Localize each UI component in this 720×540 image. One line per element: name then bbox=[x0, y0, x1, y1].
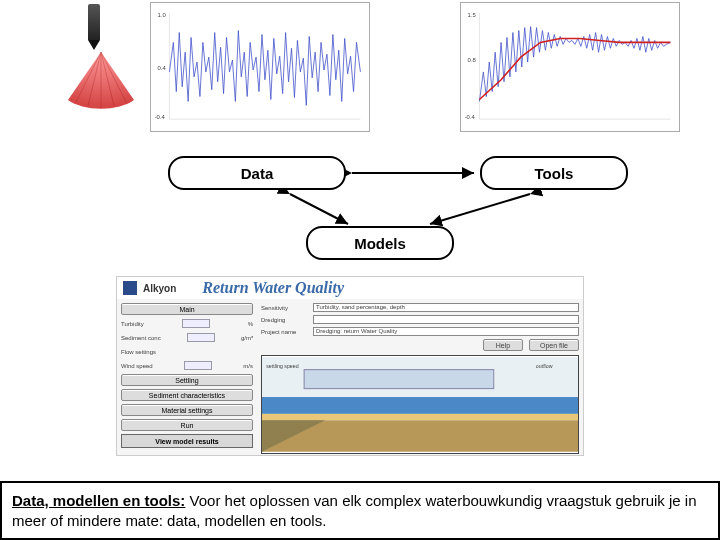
svg-rect-23 bbox=[262, 414, 578, 420]
top-row: 1.0 0.4 -0.4 1.5 0.8 -0.4 bbox=[0, 0, 720, 140]
timeseries-plot-2: 1.5 0.8 -0.4 bbox=[460, 2, 680, 132]
sensor-diagram bbox=[32, 4, 120, 114]
sediment-char-button[interactable]: Sediment characteristics bbox=[121, 389, 253, 401]
model-app-title: Return Water Quality bbox=[202, 279, 344, 297]
svg-line-18 bbox=[290, 194, 348, 224]
svg-rect-22 bbox=[262, 397, 578, 414]
material-settings-button[interactable]: Material settings bbox=[121, 404, 253, 416]
svg-text:0.8: 0.8 bbox=[468, 57, 477, 63]
sensitivity-field[interactable]: Turbidity, sand percentage, depth bbox=[313, 303, 579, 312]
view-results-button[interactable]: View model results bbox=[121, 434, 253, 448]
sensor-pen-icon bbox=[88, 4, 100, 44]
svg-text:settling speed: settling speed bbox=[266, 363, 298, 369]
svg-line-19 bbox=[430, 194, 530, 224]
main-button[interactable]: Main bbox=[121, 303, 253, 315]
model-app-screenshot: Alkyon Return Water Quality Main Turbidi… bbox=[116, 276, 584, 456]
timeseries-plot-1: 1.0 0.4 -0.4 bbox=[150, 2, 370, 132]
settling-button[interactable]: Settling bbox=[121, 374, 253, 386]
svg-text:outflow: outflow bbox=[536, 363, 553, 369]
model-app-brand: Alkyon bbox=[143, 283, 176, 294]
turbidity-field[interactable] bbox=[182, 319, 210, 328]
param-row: Sediment concg/m³ bbox=[121, 332, 253, 343]
node-data: Data bbox=[168, 156, 346, 190]
dredging-field[interactable] bbox=[313, 315, 579, 324]
svg-text:-0.4: -0.4 bbox=[155, 114, 166, 120]
model-app-right-panel: SensitivityTurbidity, sand percentage, d… bbox=[257, 299, 583, 457]
model-app-header: Alkyon Return Water Quality bbox=[117, 277, 583, 299]
sediment-field[interactable] bbox=[187, 333, 215, 342]
help-button[interactable]: Help bbox=[483, 339, 523, 351]
concept-diagram: Data Tools Models bbox=[0, 156, 720, 276]
node-tools: Tools bbox=[480, 156, 628, 190]
open-file-button[interactable]: Open file bbox=[529, 339, 579, 351]
svg-text:1.0: 1.0 bbox=[158, 12, 167, 18]
param-row: Flow settings bbox=[121, 346, 253, 357]
param-row: Turbidity% bbox=[121, 318, 253, 329]
svg-text:0.4: 0.4 bbox=[158, 65, 167, 71]
svg-rect-21 bbox=[304, 370, 494, 389]
caption-box: Data, modellen en tools: Voor het oploss… bbox=[0, 481, 720, 540]
wind-field[interactable] bbox=[184, 361, 212, 370]
alkyon-logo-icon bbox=[123, 281, 137, 295]
param-row: Wind speedm/s bbox=[121, 360, 253, 371]
project-field[interactable]: Dredging: return Water Quality bbox=[313, 327, 579, 336]
svg-text:-0.4: -0.4 bbox=[465, 114, 476, 120]
model-app-left-panel: Main Turbidity% Sediment concg/m³ Flow s… bbox=[117, 299, 257, 457]
sensor-cone-icon bbox=[68, 52, 134, 110]
model-cross-section-chart: settling speed outflow bbox=[261, 355, 579, 454]
node-models: Models bbox=[306, 226, 454, 260]
caption-lead: Data, modellen en tools: bbox=[12, 492, 185, 509]
run-button[interactable]: Run bbox=[121, 419, 253, 431]
svg-text:1.5: 1.5 bbox=[468, 12, 477, 18]
